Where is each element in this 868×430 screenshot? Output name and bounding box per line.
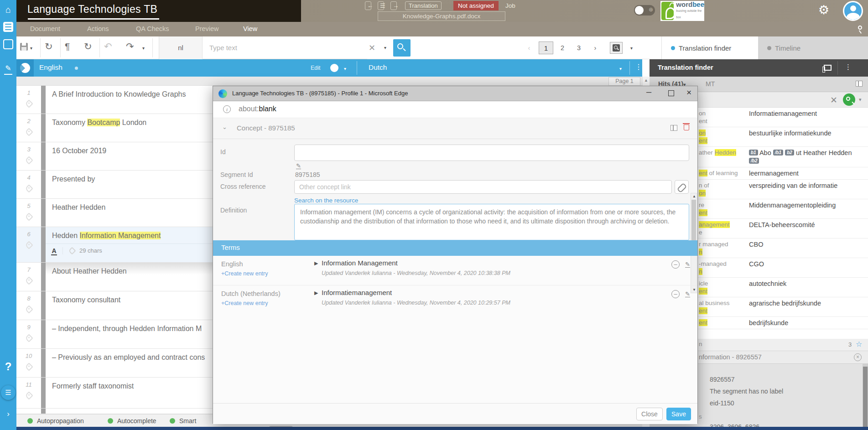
statistics-button[interactable]: [16, 59, 34, 77]
top-header-bar: Language Technologies TB ← ☰ → Translati…: [16, 0, 868, 22]
create-entry-link[interactable]: +Create new entry: [221, 300, 268, 306]
autopropagation-status[interactable]: Autopropagation: [27, 417, 84, 425]
cross-reference-input[interactable]: [294, 180, 672, 194]
close-info-icon[interactable]: ×: [854, 353, 862, 361]
collapse-chevron-icon[interactable]: ⌄: [222, 124, 227, 130]
page-prev-button[interactable]: ‹: [522, 41, 536, 54]
page-next-button[interactable]: ›: [588, 41, 603, 54]
term-text[interactable]: Informatiemanagement: [322, 289, 392, 296]
close-window-button[interactable]: ×: [686, 88, 691, 98]
tag-icon[interactable]: [68, 247, 76, 254]
finder-clear-icon[interactable]: ✕: [830, 95, 837, 105]
smart-status[interactable]: Smart: [170, 417, 196, 425]
home-icon[interactable]: ⌂: [0, 5, 16, 15]
undo-icon[interactable]: ↶: [104, 41, 112, 52]
edit-mode-caret[interactable]: ▾: [344, 66, 346, 71]
expand-sidebar-icon[interactable]: ›: [0, 409, 16, 419]
edge-window-titlebar[interactable]: Language Technologies TB - (8975185) - P…: [213, 86, 697, 101]
not-assigned-badge[interactable]: Not assigned: [453, 1, 499, 10]
page-search-button[interactable]: [610, 42, 623, 54]
favorite-star-icon[interactable]: ☆: [856, 340, 862, 348]
segment-number: 8: [27, 295, 30, 302]
term-text[interactable]: Information Management: [322, 259, 398, 267]
column-menu-dots-icon[interactable]: ⋮: [635, 62, 642, 71]
menu-view[interactable]: View: [243, 25, 257, 32]
menu-actions[interactable]: Actions: [87, 25, 109, 32]
columns-icon[interactable]: [856, 81, 863, 87]
definition-textarea[interactable]: Information management (IM) concerns a c…: [294, 204, 689, 240]
edit-id-pencil-icon[interactable]: ✎: [296, 163, 301, 169]
user-avatar[interactable]: [843, 1, 863, 21]
remove-term-icon[interactable]: –: [671, 290, 680, 298]
menu-qa-checks[interactable]: QA Checks: [136, 25, 169, 32]
page-options-caret[interactable]: ▾: [630, 46, 633, 51]
menu-circle-icon[interactable]: ☰: [1, 385, 16, 400]
edit-term-pencil-icon[interactable]: ✎: [685, 291, 690, 297]
page-button-2[interactable]: 2: [555, 41, 570, 54]
minimize-button[interactable]: –: [646, 87, 651, 97]
edit-term-pencil-icon[interactable]: ✎: [685, 261, 690, 268]
nav-list-button[interactable]: ☰: [378, 1, 384, 10]
finder-menu-dots-icon[interactable]: ⋮: [845, 63, 852, 71]
layout-columns-icon[interactable]: [670, 125, 677, 131]
clear-search-icon[interactable]: ✕: [369, 43, 375, 53]
book-icon[interactable]: [3, 39, 13, 49]
save-dropdown-caret[interactable]: ▾: [30, 46, 32, 51]
nav-back-button[interactable]: ←: [365, 1, 371, 10]
segment-column-strip: Page 1: [16, 77, 642, 86]
save-button[interactable]: Save: [666, 408, 691, 420]
tab-translation-finder[interactable]: Translation finder: [661, 36, 758, 59]
target-column-caret[interactable]: ▾: [619, 66, 622, 71]
nav-forward-button[interactable]: →: [390, 1, 397, 10]
job-label[interactable]: Job: [505, 2, 515, 9]
maximize-button[interactable]: [668, 90, 674, 96]
autocomplete-status[interactable]: Autocomplete: [108, 417, 156, 425]
search-input[interactable]: [203, 36, 367, 59]
scrollbar-thumb[interactable]: [691, 200, 696, 243]
menu-document[interactable]: Document: [30, 25, 60, 32]
term-row-dutch: Dutch (Netherlands) +Create new entry ▶ …: [213, 285, 697, 315]
scrollbar-thumb[interactable]: [863, 367, 868, 430]
expand-term-icon[interactable]: ▶: [314, 290, 318, 296]
edit-mode-toggle[interactable]: [330, 64, 338, 72]
id-input[interactable]: [294, 145, 689, 161]
tab-timeline[interactable]: Timeline: [758, 36, 810, 59]
finder-caret-icon[interactable]: ▾: [859, 97, 862, 103]
search-options-caret[interactable]: ▾: [384, 45, 386, 50]
settings-gear-icon[interactable]: ⚙: [818, 3, 829, 17]
concept-header-label: Concept - 8975185: [237, 124, 295, 132]
finder-search-button[interactable]: [843, 93, 855, 106]
document-filename[interactable]: Knowledge-Graphs.pdf.docx: [378, 11, 505, 21]
close-button[interactable]: Close: [636, 408, 663, 420]
page-button-1[interactable]: 1: [539, 41, 553, 54]
view-toggle[interactable]: ⊕: [634, 5, 655, 16]
editor-toolbar: ▾ ↻ ¶ ↻ ↶ ↷ ▾ nl ✕ ▾ ‹ 1 2 3 › ▾: [16, 36, 661, 59]
menu-preview[interactable]: Preview: [195, 25, 219, 32]
undo-dropdown-caret[interactable]: ▾: [142, 46, 145, 51]
paragraph-marks-icon[interactable]: ¶: [65, 41, 70, 52]
pin-icon[interactable]: [858, 26, 862, 30]
text-format-icon[interactable]: A: [46, 247, 63, 254]
save-icon[interactable]: [20, 43, 28, 51]
redo-icon[interactable]: ↷: [126, 41, 134, 52]
delete-concept-icon[interactable]: [684, 124, 689, 130]
help-icon[interactable]: ?: [0, 360, 16, 373]
create-entry-link[interactable]: +Create new entry: [221, 270, 268, 277]
edit-pencil-icon[interactable]: ✎: [0, 64, 16, 73]
remove-term-icon[interactable]: –: [671, 260, 680, 269]
link-concept-icon[interactable]: [675, 180, 689, 194]
translation-scope-button[interactable]: Translation: [405, 1, 442, 10]
info-icon[interactable]: i: [223, 105, 231, 113]
expand-term-icon[interactable]: ▶: [314, 260, 318, 266]
search-button[interactable]: [393, 39, 411, 57]
reload-segment-icon[interactable]: ↻: [84, 41, 92, 52]
refresh-icon[interactable]: ↻: [45, 41, 53, 52]
detach-window-icon[interactable]: [824, 65, 832, 71]
search-resource-link[interactable]: Search on the resource: [294, 197, 358, 204]
finder-scrollbar[interactable]: [863, 364, 868, 430]
tag-icon: [25, 184, 33, 192]
target-language-code[interactable]: nl: [159, 36, 203, 59]
document-list-icon[interactable]: [3, 22, 13, 32]
page-button-3[interactable]: 3: [572, 41, 586, 54]
page-indicator[interactable]: Page 1: [608, 77, 640, 86]
